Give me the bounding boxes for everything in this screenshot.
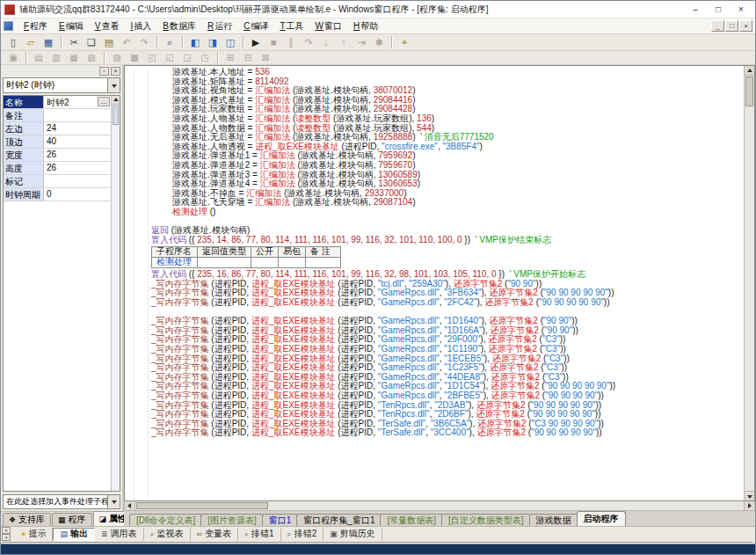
property-value[interactable]: 40 (44, 135, 111, 148)
scroll-thumb[interactable] (113, 106, 119, 125)
maximize-button[interactable]: □ (708, 3, 729, 17)
scroll-up-icon[interactable] (745, 66, 754, 76)
file-tab[interactable]: [常量数据表] (380, 514, 443, 526)
picture-box-button[interactable]: ▤ (31, 51, 47, 65)
code-vertical-scrollbar[interactable] (744, 66, 754, 500)
file-tab[interactable]: 启动程序 (577, 511, 626, 526)
file-tab[interactable]: 窗口1 (262, 514, 299, 526)
save-button[interactable]: ▦ (40, 35, 56, 49)
step-out-button[interactable]: ↑ (336, 35, 352, 49)
run-to-cursor-button[interactable]: ⇥ (353, 35, 369, 49)
close-button[interactable]: × (731, 3, 752, 17)
menu-item-H[interactable]: H帮助 (348, 18, 383, 34)
check-box-button[interactable]: ▨ (109, 51, 125, 65)
menu-item-T[interactable]: T工具 (274, 18, 309, 34)
pause-button[interactable]: ∥ (283, 35, 299, 49)
dock-tab-输出[interactable]: ▤输出 (53, 528, 95, 541)
list-box-button[interactable]: ◱ (162, 51, 178, 65)
left-tab-支持库[interactable]: ❖支持库 (3, 513, 51, 526)
step-over-button[interactable]: ↷ (301, 35, 316, 49)
left-tab-程序[interactable]: ▦程序 (52, 513, 92, 526)
code-horizontal-scrollbar[interactable] (124, 500, 755, 511)
dock-tab-变量表[interactable]: ∞变量表 (191, 528, 238, 541)
menu-item-V[interactable]: V查看 (90, 18, 125, 34)
scroll-right-icon[interactable] (744, 501, 754, 510)
run-button[interactable]: ▶ (248, 35, 264, 49)
view-split-button[interactable]: ◫ (222, 35, 238, 49)
property-grid-scrollbar[interactable] (111, 96, 120, 491)
edit-box-button[interactable]: ▦ (66, 51, 82, 65)
table-cell[interactable] (251, 258, 279, 268)
output-panel[interactable]: www.budog.net 不懂社区 (3, 542, 753, 544)
mdi-close-button[interactable]: × (739, 20, 752, 32)
label-button[interactable]: ▥ (48, 51, 64, 65)
property-value[interactable] (44, 109, 111, 121)
paste-button[interactable]: ▤ (101, 35, 117, 49)
custom-control-button[interactable]: ⊠ (258, 51, 273, 65)
property-value[interactable]: 0 (44, 188, 111, 201)
file-tab[interactable]: [Dll命令定义表] (129, 514, 202, 526)
menu-item-I[interactable]: I插入 (125, 18, 156, 34)
property-value[interactable]: 24 (44, 122, 111, 135)
combo-box-button[interactable]: ◰ (144, 51, 160, 65)
menu-item-W[interactable]: W窗口 (309, 18, 346, 34)
file-tab[interactable]: 游戏数据 (529, 514, 578, 526)
object-selector[interactable]: 时钟2 (时钟) (3, 77, 120, 93)
dock-tab-剪辑历史[interactable]: ▣剪辑历史 (323, 528, 382, 541)
panel-close-button[interactable]: × (111, 67, 120, 76)
cut-button[interactable]: ✂ (66, 35, 82, 49)
scroll-down-icon[interactable] (745, 491, 754, 500)
menu-item-B[interactable]: B数据库 (157, 18, 201, 34)
radio-button-button[interactable]: ▩ (127, 51, 142, 65)
table-cell[interactable] (279, 258, 306, 268)
code-editor[interactable]: 游戏基址.本人地址 = 536游戏基址.矩阵基址 = 8114092游戏基址.视… (124, 65, 755, 500)
dock-close-button[interactable]: × (2, 527, 11, 534)
redo-button[interactable]: ↷ (136, 35, 152, 49)
file-tab[interactable]: [自定义数据类型表] (441, 514, 531, 526)
code-line[interactable]: _写内存字节集 (进程PID, 进程_取EXE模块基址 (进程PID, "Ter… (125, 428, 744, 438)
view-code-button[interactable]: ◨ (205, 35, 221, 49)
open-file-button[interactable]: ▱ (23, 35, 39, 49)
find-button[interactable]: ⌕ (162, 35, 178, 49)
progress-bar-button[interactable]: ⊟ (240, 51, 256, 65)
step-into-button[interactable]: ↓ (318, 35, 334, 49)
panel-float-button[interactable]: ▫ (99, 67, 109, 76)
dock-tab-监视表[interactable]: ⌕监视表 (144, 528, 191, 541)
new-file-button[interactable]: ▯ (5, 35, 21, 49)
tab-control-button[interactable]: ◳ (197, 51, 213, 65)
super-find-button[interactable]: ⌖ (396, 35, 412, 49)
mdi-minimize-button[interactable]: _ (711, 20, 724, 32)
copy-button[interactable]: ❏ (84, 35, 99, 49)
table-cell[interactable] (306, 258, 341, 268)
scroll-thumb[interactable] (136, 502, 268, 509)
dock-tab-排错2[interactable]: ⌕排错2 (281, 528, 324, 541)
dock-tab-提示[interactable]: ●提示 (15, 528, 53, 541)
file-tab[interactable]: 窗口程序集_窗口1 (296, 514, 382, 526)
menu-item-R[interactable]: R运行 (202, 18, 237, 34)
property-value[interactable]: 26 (44, 149, 111, 161)
table-cell[interactable] (198, 258, 251, 268)
minimize-button[interactable]: – (685, 3, 706, 17)
select-pointer-button[interactable]: ▣ (5, 51, 21, 65)
event-handler-combo[interactable]: 在此处选择加入事件处理子程序 (3, 494, 120, 509)
scroll-left-icon[interactable] (125, 501, 135, 510)
stop-button[interactable]: ■ (265, 35, 281, 49)
property-value[interactable] (44, 175, 111, 187)
property-value[interactable]: 26 (44, 162, 111, 174)
code-line[interactable]: 检测处理 () (125, 208, 744, 217)
dock-pin-button[interactable]: ▪ (2, 534, 11, 541)
code-line[interactable]: _写内存字节集 (进程PID, 进程_取EXE模块基址 (进程PID, "Gam… (125, 298, 744, 308)
group-box-button[interactable]: ◲ (179, 51, 195, 65)
dock-tab-排错1[interactable]: ⌕排错1 (238, 528, 281, 541)
menu-item-C[interactable]: C编译 (238, 18, 273, 34)
scroll-thumb[interactable] (745, 77, 753, 106)
property-more-button[interactable]: ... (98, 97, 110, 106)
property-value[interactable]: 时钟2 (44, 96, 97, 108)
table-cell[interactable]: 检测处理 (152, 258, 198, 268)
menu-item-F[interactable]: F程序 (18, 18, 53, 34)
menu-item-E[interactable]: E编辑 (54, 18, 89, 34)
undo-button[interactable]: ↶ (119, 35, 134, 49)
timer-button[interactable]: ⊞ (222, 51, 238, 65)
code-line[interactable]: 置入代码 ({ 235, 14, 86, 77, 80, 114, 111, 1… (125, 236, 744, 245)
file-tab[interactable]: [图片资源表] (200, 514, 264, 526)
